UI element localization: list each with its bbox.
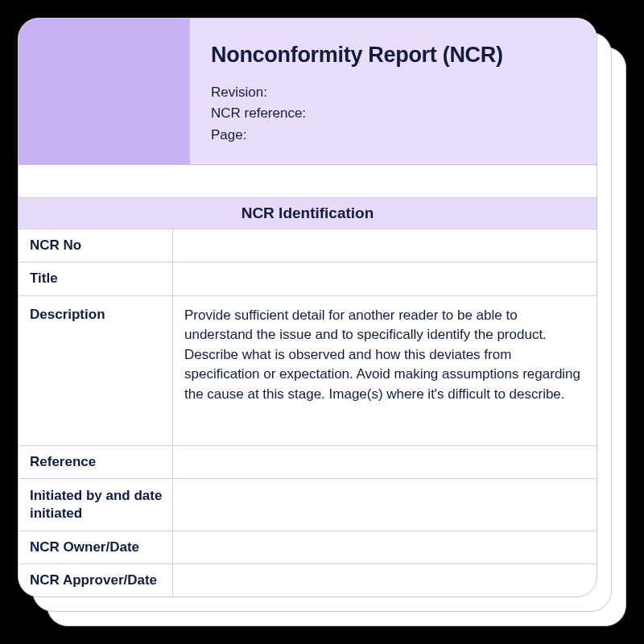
value-ncr-no: [173, 229, 597, 262]
meta-revision: Revision:: [211, 82, 577, 103]
value-reference: [173, 446, 597, 478]
value-initiated: [173, 479, 597, 530]
row-owner: NCR Owner/Date: [19, 531, 597, 564]
header-content: Nonconformity Report (NCR) Revision: NCR…: [190, 19, 597, 164]
value-owner: [173, 531, 597, 564]
header-spacer: [19, 165, 597, 197]
identification-table: NCR No Title Description Provide suffici…: [19, 229, 597, 597]
row-initiated: Initiated by and date initiated: [19, 479, 597, 531]
label-initiated: Initiated by and date initiated: [19, 479, 173, 530]
document-card: Nonconformity Report (NCR) Revision: NCR…: [18, 18, 597, 597]
label-reference: Reference: [19, 446, 173, 478]
label-ncr-no: NCR No: [19, 229, 173, 262]
value-title: [173, 262, 597, 295]
document-stack: Nonconformity Report (NCR) Revision: NCR…: [18, 18, 626, 626]
row-ncr-no: NCR No: [19, 229, 597, 262]
label-description: Description: [19, 296, 173, 445]
value-approver: [173, 564, 597, 597]
value-description: Provide sufficient detail for another re…: [173, 296, 597, 445]
document-title: Nonconformity Report (NCR): [211, 43, 577, 68]
row-title: Title: [19, 262, 597, 295]
section-title-bar: NCR Identification: [19, 197, 597, 229]
logo-placeholder: [19, 19, 190, 164]
label-owner: NCR Owner/Date: [19, 531, 173, 564]
row-reference: Reference: [19, 446, 597, 479]
meta-ncr-reference: NCR reference:: [211, 103, 577, 124]
row-description: Description Provide sufficient detail fo…: [19, 296, 597, 446]
document-header: Nonconformity Report (NCR) Revision: NCR…: [19, 19, 597, 165]
meta-page: Page:: [211, 125, 577, 146]
label-approver: NCR Approver/Date: [19, 564, 173, 597]
section-title: NCR Identification: [242, 204, 374, 222]
row-approver: NCR Approver/Date: [19, 564, 597, 597]
label-title: Title: [19, 262, 173, 295]
